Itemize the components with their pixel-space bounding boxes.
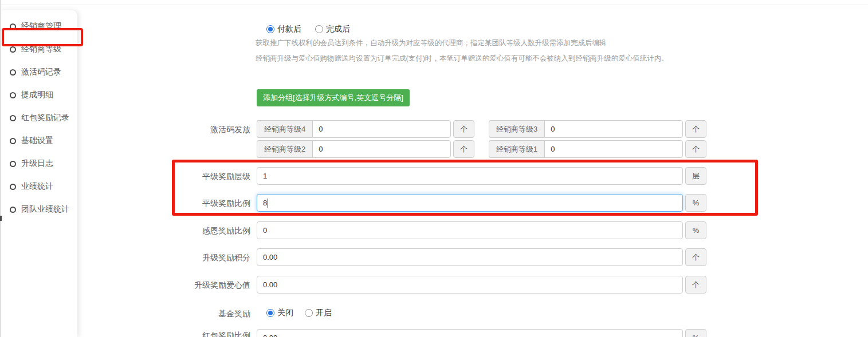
sidebar-item-activation-code-log[interactable]: 激活码记录 [0,61,77,84]
radio-label: 关闭 [277,308,293,318]
radio-fund-off[interactable]: 关闭 [266,308,293,318]
unit-addon: 个 [685,248,706,266]
unit-addon: % [685,329,706,337]
upgrade-love-value-group: 0.00 个 [257,276,706,294]
activation-input-group-level1: 经销商等级1 0 个 [489,140,706,158]
sidebar-item-redpacket-reward-log[interactable]: 红包奖励记录 [0,106,77,129]
field-label-gratitude-ratio: 感恩奖励比例 [160,226,250,236]
radio-circle-icon [10,161,16,167]
activation-count-input-level3[interactable]: 0 [544,120,683,138]
upgrade-points-group: 0.00 个 [257,248,706,266]
left-edge-line [0,0,1,337]
input-value: 0.00 [263,334,277,337]
sidebar-item-upgrade-log[interactable]: 升级日志 [0,152,77,175]
sidebar-item-basic-settings[interactable]: 基础设置 [0,129,77,152]
field-label-activation-codes: 激活码发放 [160,125,250,135]
unit-addon: 个 [453,140,474,158]
unit-addon: 个 [685,276,706,294]
radio-circle-icon [10,207,16,213]
input-value: 0.00 [263,253,277,261]
sidebar-item-label: 业绩统计 [21,181,53,192]
input-value: 0 [551,125,555,133]
radio-fund-on[interactable]: 开启 [305,308,332,318]
fund-reward-radio-group: 关闭 开启 [266,308,332,318]
redpacket-ratio-group: 0.00 % [257,329,706,337]
radio-after-payment[interactable]: 付款后 [266,24,301,34]
activation-input-group-level4: 经销商等级4 0 个 [257,120,474,138]
sidebar-item-label: 红包奖励记录 [21,113,69,123]
sidebar-item-performance-stats[interactable]: 业绩统计 [0,175,77,198]
activation-count-input-level4[interactable]: 0 [312,120,451,138]
activation-count-input-level2[interactable]: 0 [312,140,451,158]
sidebar-item-label: 升级日志 [21,158,53,169]
input-value: 1 [263,172,267,180]
sidebar-item-label: 经销商等级 [21,44,61,54]
add-group-button[interactable]: 添加分组[选择升级方式编号,英文逗号分隔] [257,89,410,106]
sidebar-item-label: 基础设置 [21,136,53,146]
input-prepend-label: 经销商等级2 [257,140,312,158]
unit-addon: 个 [453,120,474,138]
sidebar-item-team-performance-stats[interactable]: 团队业绩统计 [0,198,77,221]
unit-addon: 个 [685,140,706,158]
sidebar-item-label: 团队业绩统计 [21,204,69,215]
radio-circle-icon [10,46,16,53]
help-text-line2: 经销商升级与爱心值购物赠送均设置为订单完成(支付)时，本笔订单赠送的爱心值有可能… [256,54,669,64]
same-level-layers-group: 1 层 [257,167,706,185]
same-level-layers-input[interactable]: 1 [257,167,683,185]
input-value: 0 [319,145,323,153]
unit-addon: % [685,194,706,212]
text-cursor [268,199,268,208]
sidebar-item-label: 经销商管理 [21,21,61,31]
upgrade-points-input[interactable]: 0.00 [257,248,683,266]
input-prepend-label: 经销商等级1 [489,140,544,158]
radio-circle-icon [10,23,16,30]
sidebar-item-commission-detail[interactable]: 提成明细 [0,84,77,106]
input-value: 0 [319,125,323,133]
radio-after-completion[interactable]: 完成后 [315,24,350,34]
input-value: 0 [263,226,267,235]
sidebar-item-dealer-level[interactable]: 经销商等级 [0,38,77,61]
radio-circle-icon [10,115,16,121]
radio-circle-icon [10,92,16,98]
activation-count-input-level1[interactable]: 0 [544,140,683,158]
sidebar-item-label: 提成明细 [21,90,53,100]
activation-input-group-level2: 经销商等级2 0 个 [257,140,474,158]
top-divider [0,5,868,5]
gratitude-ratio-input[interactable]: 0 [257,221,683,239]
upgrade-love-value-input[interactable]: 0.00 [257,276,683,294]
radio-circle-icon [10,138,16,144]
field-label-redpacket-ratio: 红包奖励比例 [160,331,250,337]
redpacket-ratio-input[interactable]: 0.00 [257,329,683,337]
sidebar-item-label: 激活码记录 [21,67,61,77]
unit-addon: 个 [685,120,706,138]
unit-addon: % [685,221,706,239]
field-label-upgrade-love-value: 升级奖励爱心值 [160,280,250,291]
field-label-fund-reward: 基金奖励 [160,309,250,319]
gratitude-ratio-group: 0 % [257,221,706,239]
field-label-same-level-layers: 平级奖励层级 [160,172,250,182]
same-level-ratio-group: 8 % [257,194,706,212]
radio-circle-icon [10,69,16,76]
upgrade-timing-radio-group: 付款后 完成后 [266,24,350,34]
input-value: 8 [263,199,267,207]
radio-unchecked-icon [315,25,323,33]
dealer-settings-page: 经销商管理 经销商等级 激活码记录 提成明细 红包奖励记录 基础设置 升级日志 … [0,0,868,337]
left-edge-mark [0,216,2,221]
radio-label: 付款后 [277,24,301,34]
input-value: 0.00 [263,280,277,289]
input-prepend-label: 经销商等级3 [489,120,544,138]
same-level-ratio-input[interactable]: 8 [257,194,683,212]
radio-checked-icon [266,309,274,317]
unit-addon: 层 [685,167,706,185]
field-label-upgrade-points: 升级奖励积分 [160,253,250,263]
field-label-same-level-ratio: 平级奖励比例 [160,199,250,209]
radio-checked-icon [266,25,274,33]
radio-label: 开启 [316,308,332,318]
radio-label: 完成后 [326,24,350,34]
help-text-line1: 获取推广下线权利的会员达到条件，自动升级为对应等级的代理商；指定某团队等级人数升… [256,38,607,48]
radio-circle-icon [10,184,16,190]
sidebar: 经销商管理 经销商等级 激活码记录 提成明细 红包奖励记录 基础设置 升级日志 … [0,10,77,337]
radio-unchecked-icon [305,309,313,317]
activation-input-group-level3: 经销商等级3 0 个 [489,120,706,138]
sidebar-item-dealer-management[interactable]: 经销商管理 [0,15,77,38]
